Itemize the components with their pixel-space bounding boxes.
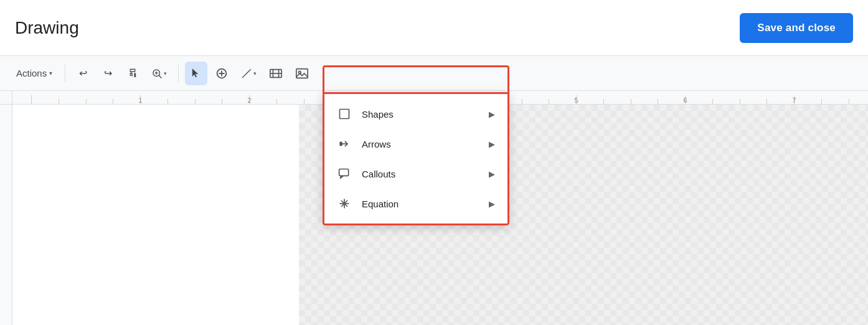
callouts-item-arrow-icon: ▶ [489, 169, 495, 179]
image-button[interactable] [290, 62, 314, 85]
ruler-mark-minor [59, 99, 59, 104]
ruler-mark-minor [603, 99, 604, 104]
actions-label: Actions [16, 68, 47, 78]
ruler-mark-2: 2 [249, 95, 250, 104]
undo-button[interactable]: ↩ [72, 62, 94, 85]
line-icon [241, 68, 252, 79]
ruler-mark-minor [167, 99, 168, 104]
equation-item-label: Equation [362, 199, 399, 209]
ruler-mark-minor [658, 99, 658, 104]
canvas-white-area [12, 105, 299, 325]
actions-button[interactable]: Actions ▾ [10, 62, 59, 85]
ruler-mark-minor [849, 99, 849, 104]
shapes-item-icon [337, 106, 352, 121]
ruler-mark-minor [549, 99, 549, 104]
dropdown-item-arrows-left: Arrows [337, 136, 391, 151]
redo-icon: ↪ [104, 67, 112, 79]
dropdown-item-shapes[interactable]: Shapes ▶ [324, 99, 507, 129]
ruler-mark-minor [222, 99, 222, 104]
svg-rect-16 [340, 110, 349, 119]
ruler-mark-minor [821, 99, 822, 104]
zoom-dropdown-arrow-icon: ▾ [164, 70, 167, 77]
header: Drawing Save and close [0, 0, 868, 56]
ruler-mark-6: 6 [685, 95, 686, 104]
svg-line-2 [159, 75, 162, 78]
zoom-icon [151, 68, 163, 79]
callouts-item-icon [337, 166, 352, 181]
shapes-circle-icon [215, 67, 229, 80]
paint-format-icon [127, 68, 138, 79]
callouts-item-label: Callouts [362, 169, 395, 179]
ruler-mark-minor [304, 99, 304, 104]
equation-item-arrow-icon: ▶ [489, 199, 495, 209]
ruler-corner [0, 91, 12, 105]
svg-rect-0 [134, 73, 136, 77]
toolbar-divider-1 [65, 65, 65, 82]
ruler-mark-minor [522, 99, 522, 104]
ruler-mark-minor [712, 99, 713, 104]
shapes-button[interactable] [210, 62, 234, 85]
dropdown-item-equation[interactable]: Equation ▶ [324, 189, 507, 219]
image-icon [295, 67, 309, 80]
undo-icon: ↩ [79, 67, 87, 79]
shapes-item-label: Shapes [362, 109, 394, 120]
ruler-mark-minor [195, 99, 196, 104]
ruler-vertical [0, 105, 12, 325]
shapes-dropdown-menu: Shapes ▶ Arrows ▶ Cal [323, 92, 509, 225]
dropdown-item-equation-left: Equation [337, 196, 399, 211]
svg-rect-19 [339, 169, 349, 176]
zoom-btn-content: ▾ [151, 68, 167, 79]
arrows-item-arrow-icon: ▶ [489, 139, 495, 149]
toolbar: Actions ▾ ↩ ↪ [0, 56, 868, 91]
save-close-button[interactable]: Save and close [740, 13, 853, 43]
arrows-item-label: Arrows [362, 139, 391, 149]
line-btn-content: ▾ [241, 68, 257, 79]
textbox-button[interactable] [264, 62, 288, 85]
ruler-mark-minor [276, 99, 277, 104]
textbox-icon [269, 67, 283, 80]
ruler-mark-minor [740, 99, 740, 104]
toolbar-divider-2 [178, 65, 179, 82]
ruler-mark-7: 7 [794, 95, 795, 104]
paint-format-button[interactable] [121, 62, 144, 85]
ruler-mark-minor [767, 99, 767, 104]
page-title: Drawing [15, 18, 79, 38]
ruler-mark-5: 5 [576, 95, 577, 104]
dropdown-item-shapes-left: Shapes [337, 106, 394, 121]
dropdown-item-arrows[interactable]: Arrows ▶ [324, 129, 507, 159]
dropdown-item-callouts[interactable]: Callouts ▶ [324, 159, 507, 189]
actions-chevron-icon: ▾ [49, 70, 52, 77]
svg-line-9 [242, 69, 251, 78]
ruler-mark-minor [86, 99, 87, 104]
shapes-item-arrow-icon: ▶ [489, 110, 495, 119]
line-button[interactable]: ▾ [236, 62, 262, 85]
line-dropdown-arrow-icon: ▾ [253, 70, 257, 77]
ruler-mark-1: 1 [140, 95, 141, 104]
redo-button[interactable]: ↪ [97, 62, 119, 85]
svg-rect-18 [340, 142, 342, 146]
cursor-icon [191, 68, 202, 79]
select-button[interactable] [185, 62, 207, 85]
arrows-item-icon [337, 136, 352, 151]
svg-rect-14 [296, 68, 308, 78]
svg-marker-5 [192, 68, 198, 77]
ruler-mark-0 [31, 95, 32, 104]
dropdown-item-callouts-left: Callouts [337, 166, 395, 181]
ruler-mark-minor [631, 99, 631, 104]
zoom-button[interactable]: ▾ [146, 62, 172, 85]
equation-item-icon [337, 196, 352, 211]
ruler-mark-minor [113, 99, 113, 104]
